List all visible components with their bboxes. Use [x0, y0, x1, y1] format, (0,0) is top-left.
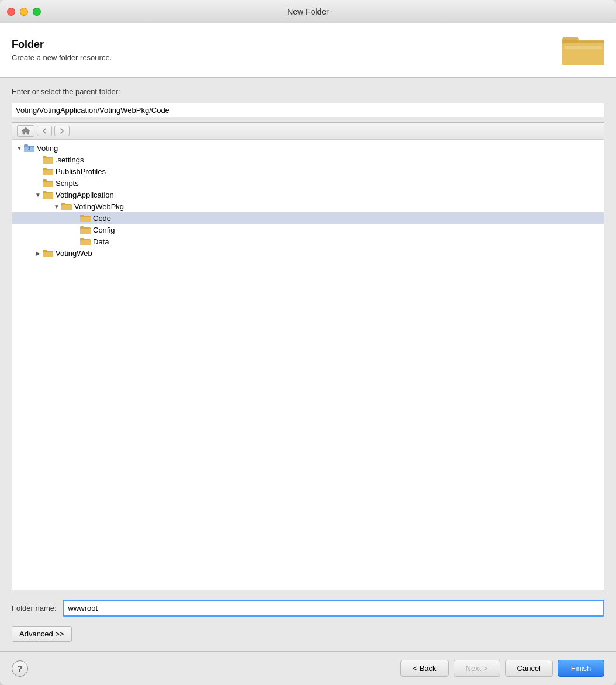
bottom-left: ?: [12, 660, 28, 677]
tree-node-code[interactable]: Code: [12, 212, 604, 224]
tree-expand-icon: ▼: [15, 145, 24, 151]
forward-icon: [58, 127, 65, 134]
tree-node-votingapp[interactable]: ▼ VotingApplication: [12, 189, 604, 200]
tree-node-label: VotingApplication: [56, 191, 114, 199]
tree-node-votingwebpkg[interactable]: ▼ VotingWebPkg: [12, 200, 604, 212]
tree-node-scripts[interactable]: Scripts: [12, 177, 604, 189]
folder-icon-large: [562, 33, 604, 68]
header-section: Folder Create a new folder resource.: [0, 23, 616, 78]
tree-toolbar: [12, 123, 604, 140]
parent-path-input[interactable]: [12, 103, 604, 117]
svg-rect-35: [43, 250, 47, 252]
tree-expand-icon: ▶: [33, 250, 43, 257]
tree-expand-icon: ▼: [33, 192, 43, 198]
svg-rect-20: [43, 191, 47, 193]
titlebar: New Folder: [0, 0, 616, 23]
tree-node-label: PublishProfiles: [56, 167, 106, 176]
svg-rect-23: [61, 203, 65, 205]
svg-rect-14: [43, 168, 47, 170]
minimize-button[interactable]: [20, 8, 28, 16]
tree-body[interactable]: ▼ J Voting .settings PublishProfiles Scr…: [12, 140, 604, 590]
folder-name-input[interactable]: [63, 600, 604, 617]
back-nav-button[interactable]: < Back: [400, 660, 448, 677]
tree-node-label: Scripts: [56, 179, 79, 188]
tree-node-label: Data: [93, 237, 109, 246]
help-button[interactable]: ?: [12, 660, 28, 677]
tree-node-data[interactable]: Data: [12, 236, 604, 247]
svg-rect-18: [43, 182, 53, 187]
tree-node-settings[interactable]: .settings: [12, 154, 604, 165]
forward-button[interactable]: [54, 126, 70, 136]
tree-node-label: VotingWebPkg: [74, 202, 124, 211]
svg-rect-33: [80, 240, 91, 245]
cancel-button[interactable]: Cancel: [505, 660, 553, 677]
back-button[interactable]: [37, 126, 52, 136]
window-controls: [7, 8, 41, 16]
svg-rect-17: [43, 179, 47, 182]
tree-node-label: .settings: [56, 155, 84, 164]
advanced-button[interactable]: Advanced >>: [12, 626, 72, 642]
svg-rect-32: [80, 238, 84, 240]
svg-rect-15: [43, 170, 53, 175]
close-button[interactable]: [7, 8, 15, 16]
svg-marker-5: [22, 127, 30, 134]
tree-node-label: Config: [93, 226, 115, 234]
parent-folder-label: Enter or select the parent folder:: [12, 87, 604, 96]
svg-rect-11: [43, 156, 47, 158]
svg-rect-12: [43, 158, 53, 164]
tree-node-votingweb[interactable]: ▶ VotingWeb: [12, 247, 604, 259]
tree-node-label: VotingWeb: [56, 249, 92, 258]
maximize-button[interactable]: [33, 8, 41, 16]
svg-rect-29: [80, 226, 84, 229]
svg-text:J: J: [28, 147, 30, 151]
folder-name-label: Folder name:: [12, 604, 57, 613]
finish-button[interactable]: Finish: [558, 660, 604, 677]
window-title: New Folder: [287, 7, 329, 16]
tree-node-voting[interactable]: ▼ J Voting: [12, 142, 604, 154]
tree-node-publishprofiles[interactable]: PublishProfiles: [12, 165, 604, 177]
svg-rect-21: [43, 193, 53, 199]
tree-container: ▼ J Voting .settings PublishProfiles Scr…: [12, 122, 604, 590]
home-icon: [21, 127, 30, 135]
svg-rect-36: [43, 252, 53, 257]
page-subtitle: Create a new folder resource.: [12, 53, 112, 62]
svg-rect-4: [579, 41, 604, 43]
bottom-right: < Back Next > Cancel Finish: [400, 660, 604, 677]
tree-node-config[interactable]: Config: [12, 224, 604, 236]
svg-rect-27: [80, 217, 91, 222]
svg-rect-3: [565, 46, 602, 49]
tree-node-label: Voting: [37, 144, 58, 153]
back-icon: [41, 127, 48, 134]
svg-rect-1: [562, 37, 579, 43]
folder-name-row: Folder name:: [12, 600, 604, 617]
header-text: Folder Create a new folder resource.: [12, 39, 112, 62]
svg-rect-30: [80, 229, 91, 234]
main-content: Enter or select the parent folder:: [0, 78, 616, 651]
svg-rect-24: [61, 205, 72, 210]
page-title: Folder: [12, 39, 112, 51]
tree-node-label: Code: [93, 214, 111, 223]
bottom-bar: ? < Back Next > Cancel Finish: [0, 651, 616, 685]
tree-expand-icon: ▼: [52, 203, 61, 210]
svg-rect-26: [80, 215, 84, 217]
home-button[interactable]: [17, 125, 34, 137]
next-nav-button[interactable]: Next >: [454, 660, 500, 677]
svg-rect-7: [24, 144, 28, 147]
